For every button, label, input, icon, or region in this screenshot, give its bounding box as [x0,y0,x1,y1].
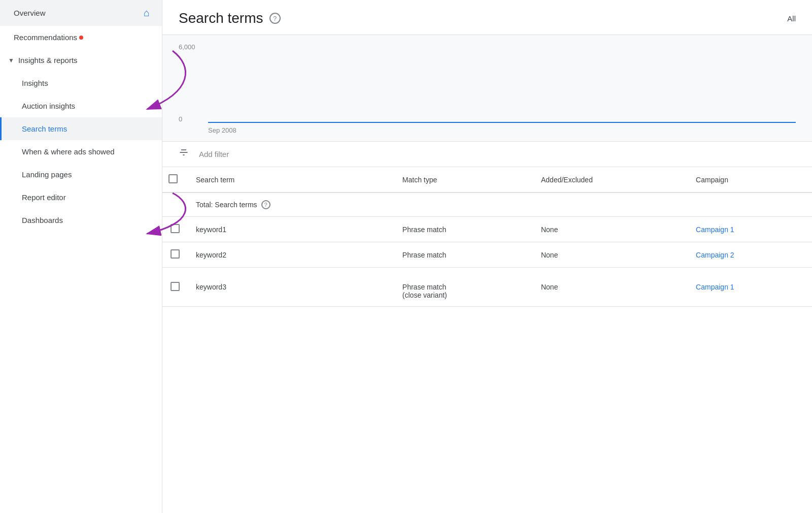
sidebar-item-label: Recommendations [14,33,77,42]
row1-checkbox-cell [162,217,188,242]
sidebar-item-overview[interactable]: Overview ⌂ [0,0,162,26]
row3-checkbox-cell [162,268,188,307]
sidebar-item-insights[interactable]: Insights [0,72,162,94]
home-icon: ⌂ [144,7,150,19]
row2-campaign-link[interactable]: Campaign 2 [696,251,734,259]
total-row-help-icon[interactable]: ? [261,200,270,209]
sidebar-item-label: Auction insights [22,102,75,110]
row2-added-excluded: None [533,242,688,268]
help-icon[interactable]: ? [269,13,281,24]
row2-checkbox-cell [162,242,188,268]
filter-bar: Add filter [162,142,812,167]
sidebar-item-report-editor[interactable]: Report editor [0,186,162,209]
chart-y-max: 6,000 [179,43,195,51]
chart-area: 6,000 0 Sep 2008 [162,35,812,142]
main-content: Search terms ? All 6,000 0 Sep 2008 [162,0,812,513]
row2-checkbox[interactable] [171,249,180,259]
row1-search-term: keyword1 [188,217,394,242]
sidebar-item-landing-pages[interactable]: Landing pages [0,163,162,186]
sidebar-item-when-where[interactable]: When & where ads showed [0,140,162,163]
chart-line [208,122,796,123]
row3-match-type: Phrase match(close variant) [394,268,533,307]
search-terms-table: Search term Match type Added/Excluded Ca… [162,167,812,307]
row1-match-type: Phrase match [394,217,533,242]
sidebar-sub-items: Insights Auction insights Search terms W… [0,72,162,232]
table-area: Search term Match type Added/Excluded Ca… [162,167,812,513]
notification-badge [79,36,83,40]
sidebar-item-label: Landing pages [22,170,72,179]
col-header-match-type[interactable]: Match type [394,167,533,193]
row3-campaign[interactable]: Campaign 1 [688,268,812,307]
row3-campaign-link[interactable]: Campaign 1 [696,283,734,291]
total-row-checkbox-cell [162,193,188,217]
row3-added-excluded: None [533,268,688,307]
row2-search-term: keyword2 [188,242,394,268]
page-header: Search terms ? All [162,0,812,35]
page-title-text: Search terms [179,10,263,26]
col-header-search-term[interactable]: Search term [188,167,394,193]
table-row: keyword2 Phrase match None Campaign 2 [162,242,812,268]
page-title: Search terms ? [179,10,281,26]
all-label: All [787,14,796,23]
sidebar-item-dashboards[interactable]: Dashboards [0,209,162,232]
sidebar-item-search-terms[interactable]: Search terms [0,117,162,140]
sidebar-item-auction-insights[interactable]: Auction insights [0,94,162,117]
row1-added-excluded: None [533,217,688,242]
row1-campaign-link[interactable]: Campaign 1 [696,226,734,234]
total-row-label: Total: Search terms [196,201,257,209]
chart-line-visual [208,122,796,123]
sidebar-item-label: Insights [22,79,48,87]
sidebar-item-recommendations[interactable]: Recommendations [0,26,162,49]
table-total-row: Total: Search terms ? [162,193,812,217]
table-row: keyword3 Phrase match(close variant) Non… [162,268,812,307]
table-row: keyword1 Phrase match None Campaign 1 [162,217,812,242]
total-row-match-type [394,193,533,217]
row2-match-type: Phrase match [394,242,533,268]
chart-y-min: 0 [179,115,182,123]
row1-checkbox[interactable] [171,224,180,233]
sidebar-section-insights-reports[interactable]: ▼ Insights & reports [0,49,162,72]
filter-icon [179,148,189,161]
sidebar: Overview ⌂ Recommendations ▼ Insights & … [0,0,162,513]
chevron-down-icon: ▼ [8,57,14,64]
sidebar-section-label-text: Insights & reports [18,56,78,65]
total-row-campaign [688,193,812,217]
sidebar-item-label: Report editor [22,193,66,202]
col-header-campaign[interactable]: Campaign [688,167,812,193]
sidebar-item-label: Overview [14,9,46,17]
sidebar-item-label: Dashboards [22,216,63,225]
sidebar-item-label: Search terms [22,124,67,133]
table-header-row: Search term Match type Added/Excluded Ca… [162,167,812,193]
col-header-checkbox [162,167,188,193]
total-row-label-cell: Total: Search terms ? [188,193,394,217]
sidebar-item-label: When & where ads showed [22,147,115,156]
row3-checkbox[interactable] [171,282,180,291]
row3-search-term: keyword3 [188,268,394,307]
col-header-added-excluded[interactable]: Added/Excluded [533,167,688,193]
total-row-added-excluded [533,193,688,217]
select-all-checkbox[interactable] [168,174,178,183]
row2-campaign[interactable]: Campaign 2 [688,242,812,268]
add-filter-button[interactable]: Add filter [195,148,233,161]
row1-campaign[interactable]: Campaign 1 [688,217,812,242]
chart-x-start: Sep 2008 [208,126,236,134]
